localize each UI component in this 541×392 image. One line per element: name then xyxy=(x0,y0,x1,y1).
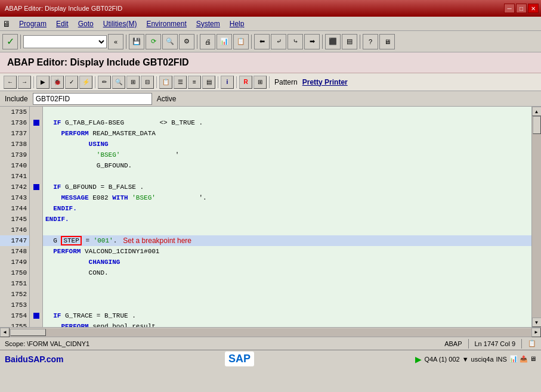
config-button[interactable]: ⚙ xyxy=(179,34,194,49)
help-button[interactable]: ? xyxy=(363,34,378,49)
bp-dot-1754 xyxy=(33,313,39,319)
toolbar-btn-5[interactable]: 📊 xyxy=(217,34,232,49)
command-input[interactable] xyxy=(23,35,107,48)
dropdown-icon[interactable]: ▼ xyxy=(462,356,469,363)
menu-help[interactable]: Help xyxy=(225,18,249,29)
code-line-1744: ENDIF. xyxy=(43,203,531,214)
menu-environment[interactable]: Environment xyxy=(141,18,191,29)
restore-button[interactable]: □ xyxy=(516,4,527,13)
et-check-btn[interactable]: ✓ xyxy=(65,76,78,89)
menu-bar: 🖥 Program Edit Goto Utilities(M) Environ… xyxy=(0,17,541,31)
breakpoint-annotation: Set a breakpoint here xyxy=(123,237,191,245)
scroll-track-h[interactable] xyxy=(10,328,531,337)
et-btn-10[interactable]: ▤ xyxy=(202,76,215,89)
et-btn-11[interactable]: R xyxy=(239,76,252,89)
scroll-left-button[interactable]: ◄ xyxy=(0,328,10,337)
menu-program[interactable]: Program xyxy=(14,18,51,29)
code-line-1752 xyxy=(43,289,531,300)
code-line-1741 xyxy=(43,171,531,182)
status-bar: Scope: \FORM VAL_CIDNY1 ABAP Ln 1747 Col… xyxy=(0,337,541,350)
system-text: Q4A (1) 002 xyxy=(424,356,459,363)
horizontal-scrollbar[interactable]: ◄ ► xyxy=(0,327,541,337)
language-text: ABAP xyxy=(444,340,462,347)
toolbar-sep-6 xyxy=(360,35,360,49)
main-toolbar: ✓ « 💾 ⟳ 🔍 ⚙ 🖨 📊 📋 ⬅ ⤶ ⤷ ➡ ⬛ ▤ ? 🖥 xyxy=(0,31,541,52)
code-line-1751 xyxy=(43,278,531,289)
toolbar-btn-6[interactable]: 📋 xyxy=(233,34,249,49)
user-text: usciq4a xyxy=(471,356,494,363)
toolbar-sep-4 xyxy=(251,35,252,49)
et-sep-1 xyxy=(33,76,34,88)
toolbar-btn-10[interactable]: ➡ xyxy=(304,34,320,49)
et-btn-6[interactable]: ⊟ xyxy=(141,76,154,89)
toolbar-sep-2 xyxy=(126,35,126,49)
et-btn-7[interactable]: 📋 xyxy=(159,76,172,89)
et-info-btn[interactable]: i xyxy=(221,76,234,89)
toolbar-btn-11[interactable]: ⬛ xyxy=(325,34,341,49)
code-line-1743: MESSAGE E082 WITH 'BSEG' '. xyxy=(43,192,531,203)
et-back-btn[interactable]: ← xyxy=(4,76,17,89)
sap-logo: SAP xyxy=(225,351,254,366)
code-line-1736: IF G_TAB_FLAG-BSEG <> B_TRUE . xyxy=(43,117,531,128)
vertical-scrollbar[interactable]: ▲ ▼ xyxy=(531,107,541,327)
bp-marker-1736 xyxy=(30,117,42,128)
code-line-1755: PERFORM send_bool_result xyxy=(43,321,531,327)
et-debug-btn[interactable]: 🐞 xyxy=(51,76,64,89)
title-bar-text: ABAP Editor: Display Include GBT02FID xyxy=(2,5,122,12)
toolbar-btn-13[interactable]: 🖥 xyxy=(379,34,395,49)
code-line-1739: 'BSEG' ' xyxy=(43,150,531,160)
code-line-1737: PERFORM READ_MASTER_DATA xyxy=(43,128,531,139)
menu-utilities[interactable]: Utilities(M) xyxy=(98,18,142,29)
include-label: Include xyxy=(5,95,28,103)
toolbar-btn-7[interactable]: ⬅ xyxy=(254,34,270,49)
back-button[interactable]: « xyxy=(108,34,123,49)
print-button[interactable]: 🖨 xyxy=(200,34,215,49)
close-button[interactable]: ✕ xyxy=(528,4,539,13)
play-button[interactable]: ▶ xyxy=(415,354,422,364)
pretty-printer-link[interactable]: Pretty Printer xyxy=(302,78,348,86)
scroll-right-button[interactable]: ► xyxy=(531,328,541,337)
code-line-1745: ENDIF. xyxy=(43,214,531,225)
editor-toolbar: ← → ▶ 🐞 ✓ ⚡ ✏ 🔍 ⊞ ⊟ 📋 ☰ ≡ ▤ i R ⊞ Patter… xyxy=(0,73,541,91)
scroll-thumb[interactable] xyxy=(533,116,541,134)
toolbar-btn-12[interactable]: ▤ xyxy=(342,34,357,49)
et-run-btn[interactable]: ▶ xyxy=(36,76,50,89)
refresh-button[interactable]: ⟳ xyxy=(146,34,161,49)
et-btn-5[interactable]: ⊞ xyxy=(126,76,140,89)
mode-text: INS xyxy=(496,356,507,363)
et-forward-btn[interactable]: → xyxy=(18,76,31,89)
et-edit-btn[interactable]: ✏ xyxy=(98,76,111,89)
line-numbers: 1735 1736 1737 1738 1739 1740 1741 1742 … xyxy=(0,107,30,327)
menu-system[interactable]: System xyxy=(191,18,225,29)
menu-goto[interactable]: Goto xyxy=(73,18,98,29)
pattern-label: Pattern xyxy=(274,78,298,86)
et-btn-9[interactable]: ≡ xyxy=(188,76,201,89)
toolbar-btn-9[interactable]: ⤷ xyxy=(287,34,303,49)
et-activate-btn[interactable]: ⚡ xyxy=(79,76,92,89)
scroll-track[interactable] xyxy=(532,116,541,318)
check-button[interactable]: ✓ xyxy=(2,34,18,49)
code-content[interactable]: IF G_TAB_FLAG-BSEG <> B_TRUE . PERFORM R… xyxy=(43,107,531,327)
toolbar-btn-8[interactable]: ⤶ xyxy=(271,34,286,49)
scroll-up-button[interactable]: ▲ xyxy=(532,107,542,116)
sap-logo-area: SAP xyxy=(225,351,254,366)
editor-title-bar: ABAP Editor: Display Include GBT02FID xyxy=(0,52,541,73)
minimize-button[interactable]: ─ xyxy=(504,4,515,13)
title-bar-buttons: ─ □ ✕ xyxy=(504,4,539,13)
et-sep-4 xyxy=(218,76,218,88)
scroll-down-button[interactable]: ▼ xyxy=(532,318,542,327)
scroll-thumb-h[interactable] xyxy=(10,329,46,336)
scope-text: Scope: \FORM VAL_CIDNY1 xyxy=(5,340,89,347)
save-button[interactable]: 💾 xyxy=(129,34,144,49)
et-btn-12[interactable]: ⊞ xyxy=(254,76,267,89)
bp-column xyxy=(30,107,43,327)
code-editor: 1735 1736 1737 1738 1739 1740 1741 1742 … xyxy=(0,107,541,327)
et-search-btn[interactable]: 🔍 xyxy=(112,76,125,89)
menu-edit[interactable]: Edit xyxy=(51,18,73,29)
toolbar-icons: 📊 📤 🖥 xyxy=(509,355,536,363)
code-line-1740: G_BFOUND. xyxy=(43,160,531,171)
system-info-area: ▶ Q4A (1) 002 ▼ usciq4a INS 📊 📤 🖥 xyxy=(415,354,536,364)
find-button[interactable]: 🔍 xyxy=(162,34,178,49)
toolbar-sep-1 xyxy=(20,35,21,49)
et-btn-8[interactable]: ☰ xyxy=(174,76,187,89)
